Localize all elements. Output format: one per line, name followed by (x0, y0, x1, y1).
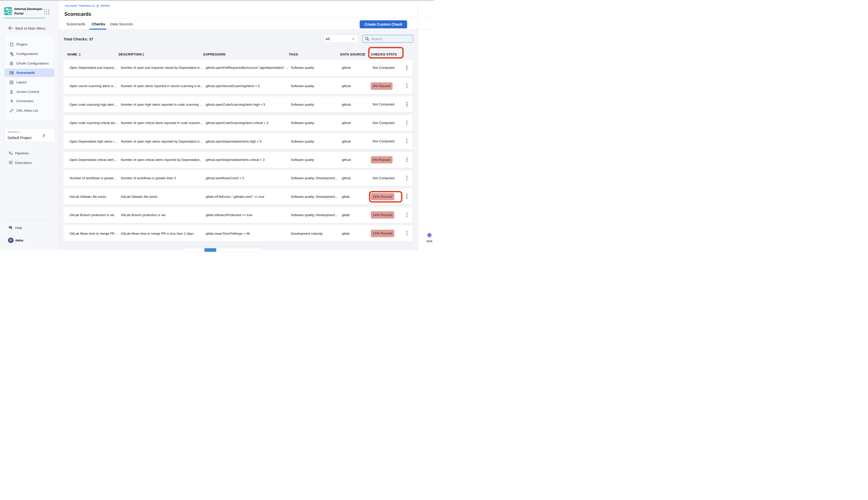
svg-text:?: ? (10, 226, 11, 228)
